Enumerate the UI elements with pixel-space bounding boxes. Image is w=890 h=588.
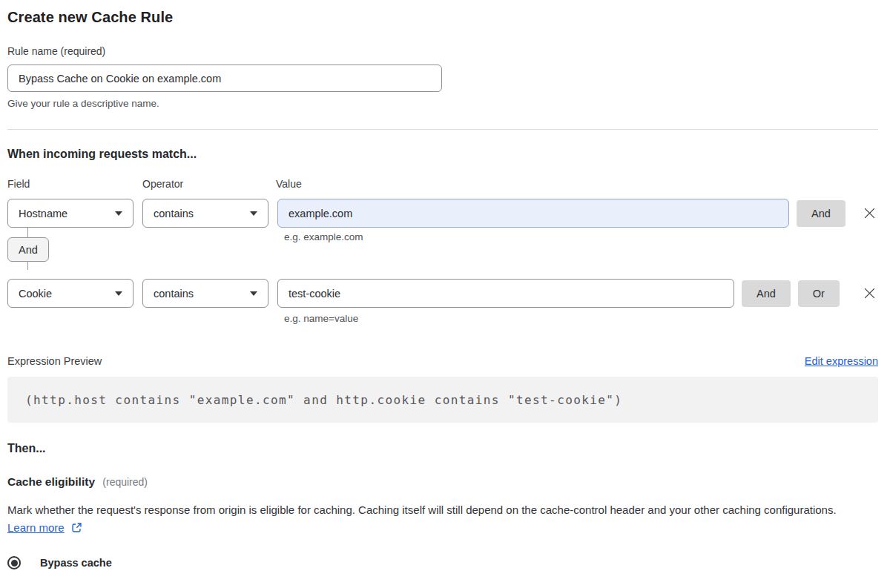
- cache-eligibility-title: Cache eligibility: [7, 475, 95, 488]
- connector-and-button[interactable]: And: [7, 237, 49, 262]
- cache-eligibility-description: Mark whether the request's response from…: [7, 501, 868, 537]
- add-or-condition-button[interactable]: Or: [798, 280, 840, 307]
- operator-select-value: contains: [154, 208, 194, 219]
- field-column-label: Field: [7, 178, 142, 190]
- add-and-condition-button[interactable]: And: [797, 200, 846, 227]
- condition-connector-zone: And e.g. example.com: [7, 228, 878, 270]
- rule-name-help: Give your rule a descriptive name.: [7, 98, 878, 109]
- chevron-down-icon: [250, 291, 257, 296]
- operator-select[interactable]: contains: [142, 199, 268, 228]
- connector-line: [27, 228, 28, 237]
- field-select-value: Hostname: [19, 208, 67, 219]
- value-input[interactable]: [277, 199, 789, 228]
- learn-more-link[interactable]: Learn more: [7, 521, 65, 534]
- page-title: Create new Cache Rule: [7, 9, 878, 26]
- add-and-condition-button[interactable]: And: [742, 280, 791, 307]
- field-select[interactable]: Hostname: [7, 199, 134, 228]
- rule-name-label: Rule name (required): [7, 45, 878, 57]
- rule-name-input[interactable]: [7, 65, 442, 92]
- operator-select[interactable]: contains: [142, 279, 268, 308]
- radio-label: Bypass cache: [40, 557, 112, 569]
- expression-header: Expression Preview Edit expression: [7, 355, 878, 367]
- chevron-down-icon: [250, 211, 257, 216]
- description-text: Mark whether the request's response from…: [7, 503, 837, 516]
- field-select[interactable]: Cookie: [7, 279, 134, 308]
- operator-select-value: contains: [154, 288, 194, 300]
- edit-expression-link[interactable]: Edit expression: [805, 355, 878, 367]
- operator-column-label: Operator: [142, 178, 276, 190]
- then-heading: Then...: [7, 442, 878, 455]
- section-divider: [7, 129, 878, 130]
- condition-row: Hostname contains And: [7, 199, 878, 228]
- cache-eligibility-heading: Cache eligibility (required): [7, 475, 878, 489]
- value-column-label: Value: [276, 178, 302, 190]
- close-icon: [863, 207, 876, 219]
- expression-code: (http.host contains "example.com" and ht…: [25, 393, 622, 407]
- expression-preview-label: Expression Preview: [7, 355, 102, 367]
- external-link-icon: [71, 522, 82, 533]
- field-select-value: Cookie: [19, 288, 52, 300]
- radio-option-bypass-cache[interactable]: Bypass cache: [7, 556, 878, 569]
- condition-row: Cookie contains And Or: [7, 279, 878, 308]
- create-cache-rule-form: Create new Cache Rule Rule name (require…: [7, 0, 878, 588]
- match-heading: When incoming requests match...: [7, 148, 878, 161]
- condition-column-labels: Field Operator Value: [7, 178, 878, 190]
- remove-condition-button[interactable]: [860, 205, 878, 222]
- chevron-down-icon: [115, 211, 122, 216]
- remove-condition-button[interactable]: [860, 285, 878, 303]
- value-hint: e.g. name=value: [284, 313, 878, 324]
- close-icon: [863, 287, 876, 300]
- chevron-down-icon: [115, 291, 122, 296]
- value-hint: e.g. example.com: [284, 231, 363, 242]
- radio-selected-icon[interactable]: [7, 556, 21, 569]
- expression-code-block: (http.host contains "example.com" and ht…: [7, 377, 878, 423]
- required-tag: (required): [102, 476, 148, 488]
- value-input[interactable]: [277, 279, 734, 308]
- connector-line: [27, 261, 28, 270]
